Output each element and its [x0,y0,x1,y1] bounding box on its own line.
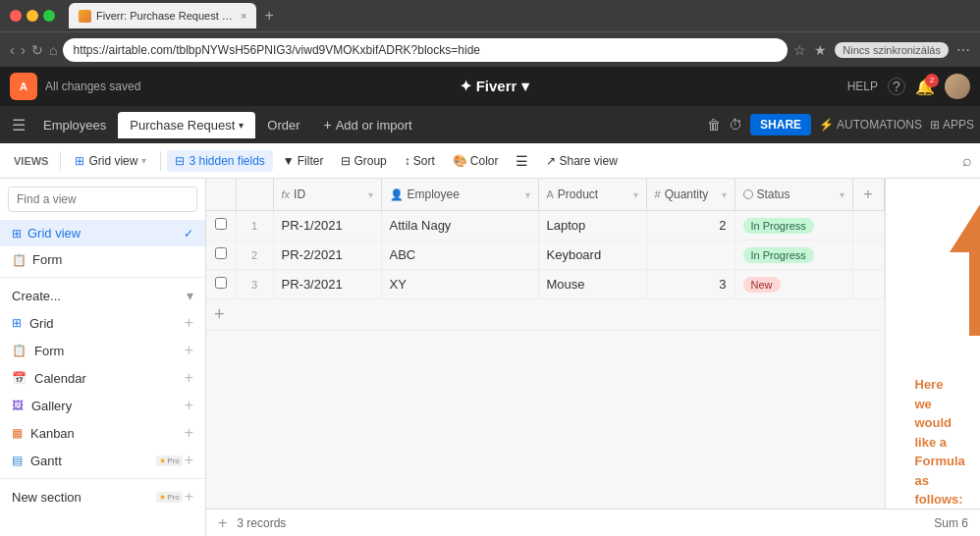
gallery-add-btn[interactable]: + [185,397,193,414]
row1-product[interactable]: Laptop [538,211,646,241]
back-btn[interactable]: ‹ [10,41,15,58]
row3-status[interactable]: New [735,270,852,299]
create-kanban-item[interactable]: ▦ Kanban + [0,419,205,447]
calendar-add-btn[interactable]: + [185,369,193,387]
grid-view-btn[interactable]: ⊞ Grid view ▾ [67,150,154,172]
row2-status[interactable]: In Progress [735,241,852,270]
sidebar-form-view[interactable]: 📋 Form [0,246,205,273]
nav-add-import[interactable]: + Add or import [312,111,424,138]
forward-btn[interactable]: › [21,41,26,58]
refresh-btn[interactable]: ↻ [31,42,43,58]
row2-status-badge: In Progress [743,247,814,263]
help-label[interactable]: HELP [847,80,878,93]
row1-employee[interactable]: Attila Nagy [381,211,538,241]
new-tab-btn[interactable]: + [264,7,273,25]
section-add-btn[interactable]: + [185,488,193,506]
toolbar-divider1 [60,151,61,171]
row3-num: 3 [236,270,273,299]
nav-tab-dropdown[interactable]: ▾ [239,120,244,131]
col-header-product[interactable]: A Product ▾ [538,179,646,211]
group-btn[interactable]: ⊟ Group [333,150,394,172]
table-row[interactable]: 2 PR-2/2021 ABC Keyboard In Progress [206,241,884,270]
row3-status-badge: New [743,277,781,293]
create-form-item[interactable]: 📋 Form + [0,337,205,364]
hamburger-icon[interactable]: ☰ [6,112,31,138]
automations-btn[interactable]: ⚡ AUTOMATIONS [819,118,922,132]
create-section[interactable]: Create... ▾ [0,282,205,309]
row3-checkbox[interactable] [215,277,227,289]
row1-id[interactable]: PR-1/2021 [273,211,381,241]
hidden-fields-btn[interactable]: ⊟ 3 hidden fields [167,150,272,172]
row2-checkbox[interactable] [215,247,227,259]
gantt-add-btn[interactable]: + [185,452,193,469]
col-header-quantity[interactable]: # Quantity ▾ [646,179,735,211]
nav-order[interactable]: Order [255,112,311,138]
row1-checkbox[interactable] [215,218,227,230]
density-btn[interactable]: ☰ [508,149,536,173]
sync-label[interactable]: Nincs szinkronizálás [835,42,949,58]
col-header-employee[interactable]: 👤 Employee ▾ [381,179,538,211]
row3-quantity[interactable]: 3 [646,270,735,299]
create-gantt-item[interactable]: ▤ Gantt ★ Pro + [0,447,205,474]
employee-col-icon: 👤 [390,188,404,201]
apps-btn[interactable]: ⊞ APPS [930,118,974,132]
row3-id[interactable]: PR-3/2021 [273,270,381,299]
address-bar[interactable]: https://airtable.com/tblbpNYWsH56PNIG3/v… [63,38,788,62]
row2-quantity[interactable] [646,241,735,270]
find-view-input[interactable] [8,187,197,212]
views-label: VIEWS [8,155,54,167]
share-btn[interactable]: SHARE [750,114,811,135]
table-row[interactable]: 3 PR-3/2021 XY Mouse 3 New [206,270,884,299]
home-btn[interactable]: ⌂ [49,42,57,58]
add-row-btn[interactable]: + [206,299,885,331]
create-gallery-item[interactable]: 🖼 Gallery + [0,392,205,419]
search-icon[interactable]: ⌕ [962,152,972,170]
notification-btn[interactable]: 🔔 2 [915,78,935,96]
help-icon[interactable]: ? [888,78,905,95]
group-icon: ⊟ [341,154,351,168]
col-header-status[interactable]: Status ▾ [735,179,852,211]
win-max-btn[interactable] [43,10,55,22]
col-header-id[interactable]: fx ID ▾ [273,179,381,211]
row1-status[interactable]: In Progress [735,211,852,241]
color-btn[interactable]: 🎨 Color [445,150,507,172]
menu-icon[interactable]: ⋯ [956,42,970,58]
col-header-add[interactable]: + [852,179,884,211]
filter-btn[interactable]: ▼ Filter [275,150,332,172]
tab-close-icon[interactable]: × [241,10,246,22]
grid-view-dropdown[interactable]: ▾ [141,155,146,166]
create-chevron: ▾ [187,288,193,303]
user-avatar[interactable] [945,74,970,99]
new-section-item[interactable]: New section ★ Pro + [0,483,205,510]
tab-favicon [79,10,91,23]
row1-quantity[interactable]: 2 [646,211,735,241]
create-grid-item[interactable]: ⊞ Grid + [0,309,205,337]
nav-purchase-request[interactable]: Purchase Request ▾ [118,112,255,138]
win-close-btn[interactable] [10,10,22,22]
grid-view-check: ✓ [184,227,193,241]
bottom-add-btn[interactable]: + [218,514,227,532]
gallery-icon: 🖼 [12,399,24,412]
row2-product[interactable]: Keyboard [538,241,646,270]
history-icon[interactable]: ⏱ [729,117,742,133]
calendar-icon: 📅 [12,371,27,385]
row3-product[interactable]: Mouse [538,270,646,299]
browser-tab[interactable]: Fiverr: Purchase Request - Airta... × [69,3,256,28]
annotation-area: Here we would like a Formula as follows:… [885,179,981,509]
create-calendar-item[interactable]: 📅 Calendar + [0,364,205,392]
kanban-add-btn[interactable]: + [185,424,193,442]
form-add-btn[interactable]: + [185,342,193,359]
nav-employees[interactable]: Employees [31,112,118,138]
star-icon[interactable]: ★ [814,42,827,58]
row3-employee[interactable]: XY [381,270,538,299]
row2-id[interactable]: PR-2/2021 [273,241,381,270]
table-row[interactable]: 1 PR-1/2021 Attila Nagy Laptop 2 In Prog… [206,211,884,241]
win-min-btn[interactable] [27,10,38,22]
row2-employee[interactable]: ABC [381,241,538,270]
sidebar-grid-view[interactable]: ⊞ Grid view ✓ [0,220,205,246]
bookmark-icon[interactable]: ☆ [793,42,806,58]
share-view-btn[interactable]: ↗ Share view [538,150,625,172]
sort-btn[interactable]: ↕ Sort [397,150,443,172]
trash-icon[interactable]: 🗑 [707,117,721,133]
grid-add-btn[interactable]: + [185,314,193,332]
